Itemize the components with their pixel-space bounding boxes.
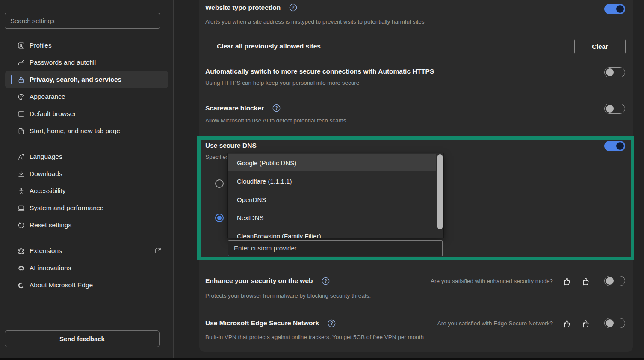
enhance-security-toggle[interactable] [604, 276, 625, 286]
palette-icon [17, 93, 25, 101]
search-input[interactable] [5, 13, 160, 29]
edge-logo-icon [17, 281, 25, 289]
sidebar-item-label: System and performance [30, 204, 103, 212]
sidebar-item-languages[interactable]: Languages [5, 148, 168, 165]
dns-option-opendns[interactable]: OpenDNS [237, 196, 266, 204]
secure-network-feedback-question: Are you satisfied with Edge Secure Netwo… [437, 320, 553, 327]
accessibility-icon [17, 187, 25, 195]
clear-sites-label: Clear all previously allowed sites [217, 42, 321, 50]
sidebar-nav: ProfilesPasswords and autofillPrivacy, s… [0, 37, 173, 294]
sidebar-item-label: Languages [30, 153, 62, 161]
laptop-icon [17, 204, 25, 212]
sidebar-item-label: Start, home, and new tab page [30, 127, 120, 135]
thumbs-up-icon[interactable] [561, 276, 571, 286]
sidebar-item-label: Privacy, search, and services [30, 76, 121, 83]
enhance-security-description: Protects your browser from malware by bl… [205, 292, 371, 299]
website-typo-row: Website typo protection ? [205, 3, 297, 12]
enhance-security-title: Enhance your security on the web [205, 277, 313, 285]
secure-network-row: Use Microsoft Edge Secure Network ? Are … [205, 318, 625, 328]
dns-option-cloudflare-1-1-1-1[interactable]: Cloudflare (1.1.1.1) [237, 177, 292, 186]
svg-text:?: ? [324, 278, 327, 283]
sidebar-item-ai-innovations[interactable]: AI innovations [5, 259, 168, 277]
dns-option-nextdns[interactable]: NextDNS [237, 214, 264, 222]
sidebar-item-label: Extensions [30, 247, 62, 255]
svg-text:?: ? [330, 321, 333, 326]
help-icon[interactable]: ? [289, 3, 297, 12]
enhance-security-title-group: Enhance your security on the web ? [205, 277, 330, 285]
clear-button[interactable]: Clear [574, 39, 626, 54]
enhance-security-row: Enhance your security on the web ? Are y… [205, 276, 625, 286]
translate-icon [17, 153, 25, 161]
sidebar-item-label: About Microsoft Edge [30, 281, 93, 289]
scareware-title: Scareware blocker [205, 104, 264, 112]
secure-network-toggle[interactable] [604, 318, 625, 328]
website-typo-description: Alerts you when a site address is mistyp… [205, 18, 424, 25]
puzzle-icon [17, 247, 25, 255]
settings-sidebar: ProfilesPasswords and autofillPrivacy, s… [0, 0, 174, 360]
reset-icon [17, 221, 25, 229]
help-icon[interactable]: ? [272, 104, 281, 112]
sidebar-item-label: Profiles [30, 42, 52, 49]
sidebar-item-reset-settings[interactable]: Reset settings [5, 217, 168, 234]
enhance-security-feedback-question: Are you satisfied with enhanced security… [431, 278, 553, 284]
external-link-icon[interactable] [154, 247, 162, 255]
sidebar-item-profiles[interactable]: Profiles [5, 37, 168, 54]
auto-https-description: Using HTTPS can help keep your personal … [205, 80, 359, 86]
copilot-icon [17, 264, 25, 272]
profiles-icon [17, 42, 25, 50]
thumbs-up-icon[interactable] [561, 318, 571, 328]
dns-provider-radio-current[interactable] [215, 179, 224, 188]
help-icon[interactable]: ? [328, 319, 336, 327]
svg-text:?: ? [275, 105, 278, 110]
thumbs-down-icon[interactable] [580, 276, 590, 286]
bottom-edge-strip [0, 358, 644, 360]
secure-dns-description-fragment: Specifies [205, 154, 229, 160]
sidebar-item-extensions[interactable]: Extensions [5, 242, 168, 259]
svg-text:?: ? [292, 5, 295, 10]
dns-provider-radio-choose[interactable] [215, 214, 224, 222]
settings-content-card: Website typo protection ? Alerts you whe… [199, 0, 633, 352]
scareware-toggle[interactable] [604, 104, 625, 114]
secure-network-title: Use Microsoft Edge Secure Network [205, 319, 319, 327]
sidebar-item-label: Reset settings [30, 221, 71, 229]
sidebar-item-start-home-and-new-tab-page[interactable]: Start, home, and new tab page [5, 122, 168, 140]
sidebar-item-label: Accessibility [30, 187, 65, 195]
scareware-description: Allow Microsoft to use AI to detect pote… [205, 117, 348, 124]
secure-dns-title: Use secure DNS [205, 142, 257, 149]
dropdown-scrollbar[interactable] [437, 154, 443, 229]
sidebar-item-accessibility[interactable]: Accessibility [5, 182, 168, 199]
sidebar-item-privacy-search-and-services[interactable]: Privacy, search, and services [5, 71, 168, 88]
send-feedback-button[interactable]: Send feedback [5, 330, 160, 347]
sidebar-item-downloads[interactable]: Downloads [5, 165, 168, 182]
dns-provider-dropdown: Google (Public DNS)Cloudflare (1.1.1.1)O… [228, 153, 443, 238]
dns-option-cleanbrowsing-family-filter[interactable]: CleanBrowsing (Family Filter) [237, 232, 321, 238]
sidebar-item-label: AI innovations [30, 264, 71, 272]
lock-icon [17, 76, 25, 84]
key-icon [17, 59, 25, 67]
page-icon [17, 127, 25, 135]
auto-https-title: Automatically switch to more secure conn… [205, 68, 434, 75]
sidebar-item-passwords-and-autofill[interactable]: Passwords and autofill [5, 54, 168, 71]
auto-https-toggle[interactable] [604, 67, 625, 77]
sidebar-item-label: Passwords and autofill [30, 59, 96, 66]
thumbs-down-icon[interactable] [580, 318, 590, 328]
sidebar-item-about-microsoft-edge[interactable]: About Microsoft Edge [5, 277, 168, 294]
custom-provider-input[interactable] [228, 240, 443, 256]
sidebar-item-label: Appearance [30, 93, 65, 101]
secure-dns-toggle[interactable] [604, 141, 625, 151]
secure-network-description: Built-in VPN that protects against onlin… [205, 334, 424, 340]
sidebar-item-label: Default browser [30, 110, 76, 118]
scareware-row: Scareware blocker ? [205, 104, 281, 112]
sidebar-item-appearance[interactable]: Appearance [5, 88, 168, 105]
dns-option-google-public-dns[interactable]: Google (Public DNS) [237, 159, 296, 167]
website-typo-title: Website typo protection [205, 4, 281, 12]
help-icon[interactable]: ? [322, 277, 330, 285]
sidebar-item-system-and-performance[interactable]: System and performance [5, 199, 168, 217]
download-icon [17, 170, 25, 178]
browser-icon [17, 110, 25, 118]
sidebar-item-default-browser[interactable]: Default browser [5, 105, 168, 122]
website-typo-toggle[interactable] [604, 4, 625, 14]
secure-network-title-group: Use Microsoft Edge Secure Network ? [205, 319, 336, 327]
sidebar-item-label: Downloads [30, 170, 62, 178]
